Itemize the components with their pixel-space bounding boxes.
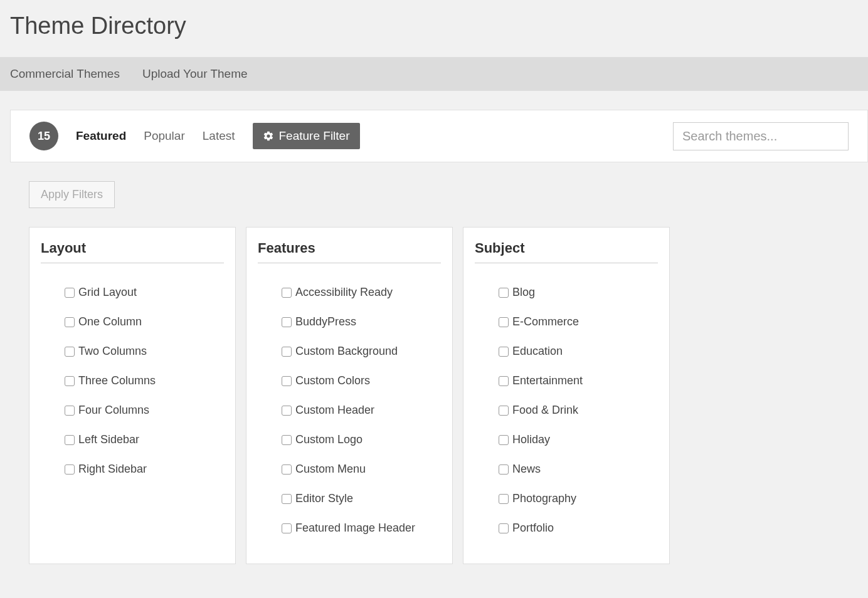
label-three-columns[interactable]: Three Columns [78,374,156,387]
label-e-commerce[interactable]: E-Commerce [512,315,579,328]
checkbox-education[interactable] [499,347,509,357]
label-custom-background[interactable]: Custom Background [295,345,398,358]
filter-card-subject: Subject Blog E-Commerce Education [463,227,670,564]
filter-item-blog: Blog [499,286,658,299]
checkbox-custom-background[interactable] [282,347,292,357]
filter-item-entertainment: Entertainment [499,374,658,387]
label-custom-menu[interactable]: Custom Menu [295,463,366,476]
label-two-columns[interactable]: Two Columns [78,345,147,358]
filter-list-layout: Grid Layout One Column Two Columns Three… [41,286,224,476]
tab-featured[interactable]: Featured [76,129,126,143]
label-grid-layout[interactable]: Grid Layout [78,286,137,299]
label-custom-colors[interactable]: Custom Colors [295,374,370,387]
filter-item-one-column: One Column [65,315,224,328]
label-left-sidebar[interactable]: Left Sidebar [78,433,139,446]
apply-filters-button[interactable]: Apply Filters [29,181,115,208]
label-custom-logo[interactable]: Custom Logo [295,433,363,446]
filter-item-grid-layout: Grid Layout [65,286,224,299]
filter-list-features: Accessibility Ready BuddyPress Custom Ba… [258,286,441,535]
checkbox-featured-image-header[interactable] [282,523,292,533]
filter-item-e-commerce: E-Commerce [499,315,658,328]
label-featured-image-header[interactable]: Featured Image Header [295,522,415,535]
checkbox-buddypress[interactable] [282,317,292,327]
label-news[interactable]: News [512,463,541,476]
label-editor-style[interactable]: Editor Style [295,492,353,505]
checkbox-editor-style[interactable] [282,494,292,504]
filter-item-four-columns: Four Columns [65,404,224,417]
label-education[interactable]: Education [512,345,563,358]
label-portfolio[interactable]: Portfolio [512,522,554,535]
checkbox-blog[interactable] [499,288,509,298]
filter-item-custom-header: Custom Header [282,404,441,417]
checkbox-right-sidebar[interactable] [65,464,75,475]
filter-item-buddypress: BuddyPress [282,315,441,328]
filter-heading-features: Features [258,240,441,263]
checkbox-holiday[interactable] [499,435,509,445]
filter-item-custom-background: Custom Background [282,345,441,358]
checkbox-custom-header[interactable] [282,406,292,416]
checkbox-one-column[interactable] [65,317,75,327]
theme-count-badge: 15 [29,122,58,150]
filter-card-layout: Layout Grid Layout One Column Two Column… [29,227,236,564]
filter-card-features: Features Accessibility Ready BuddyPress … [246,227,453,564]
filter-item-right-sidebar: Right Sidebar [65,463,224,476]
tab-latest[interactable]: Latest [203,129,235,143]
label-custom-header[interactable]: Custom Header [295,404,374,417]
label-food-drink[interactable]: Food & Drink [512,404,578,417]
checkbox-three-columns[interactable] [65,376,75,386]
filter-columns: Layout Grid Layout One Column Two Column… [29,227,849,564]
filter-item-food-drink: Food & Drink [499,404,658,417]
gear-icon [263,130,274,142]
label-holiday[interactable]: Holiday [512,433,550,446]
checkbox-custom-menu[interactable] [282,464,292,475]
label-buddypress[interactable]: BuddyPress [295,315,356,328]
label-photography[interactable]: Photography [512,492,576,505]
filter-heading-subject: Subject [475,240,658,263]
checkbox-news[interactable] [499,464,509,475]
filter-item-three-columns: Three Columns [65,374,224,387]
label-accessibility-ready[interactable]: Accessibility Ready [295,286,393,299]
checkbox-custom-logo[interactable] [282,435,292,445]
toolbar: 15 Featured Popular Latest Feature Filte… [10,110,868,162]
label-four-columns[interactable]: Four Columns [78,404,149,417]
filter-item-news: News [499,463,658,476]
checkbox-entertainment[interactable] [499,376,509,386]
checkbox-accessibility-ready[interactable] [282,288,292,298]
filter-heading-layout: Layout [41,240,224,263]
feature-filter-button[interactable]: Feature Filter [253,123,360,149]
page-title: Theme Directory [10,13,858,39]
filter-item-custom-colors: Custom Colors [282,374,441,387]
label-right-sidebar[interactable]: Right Sidebar [78,463,147,476]
checkbox-four-columns[interactable] [65,406,75,416]
checkbox-photography[interactable] [499,494,509,504]
checkbox-two-columns[interactable] [65,347,75,357]
filter-item-portfolio: Portfolio [499,522,658,535]
filter-item-editor-style: Editor Style [282,492,441,505]
page-header: Theme Directory [0,0,868,57]
tab-popular[interactable]: Popular [144,129,185,143]
label-blog[interactable]: Blog [512,286,535,299]
checkbox-food-drink[interactable] [499,406,509,416]
filter-item-accessibility-ready: Accessibility Ready [282,286,441,299]
label-entertainment[interactable]: Entertainment [512,374,583,387]
nav-link-commercial[interactable]: Commercial Themes [10,67,120,81]
filter-item-two-columns: Two Columns [65,345,224,358]
content-area: 15 Featured Popular Latest Feature Filte… [0,91,868,564]
checkbox-e-commerce[interactable] [499,317,509,327]
filter-item-custom-logo: Custom Logo [282,433,441,446]
filter-item-holiday: Holiday [499,433,658,446]
filter-item-photography: Photography [499,492,658,505]
label-one-column[interactable]: One Column [78,315,142,328]
checkbox-portfolio[interactable] [499,523,509,533]
filter-list-subject: Blog E-Commerce Education Entertainment [475,286,658,535]
nav-bar: Commercial Themes Upload Your Theme [0,57,868,91]
checkbox-custom-colors[interactable] [282,376,292,386]
filter-item-education: Education [499,345,658,358]
feature-filter-label: Feature Filter [279,129,350,143]
filters-wrapper: Apply Filters Layout Grid Layout One Col… [10,162,868,564]
checkbox-grid-layout[interactable] [65,288,75,298]
checkbox-left-sidebar[interactable] [65,435,75,445]
filter-item-custom-menu: Custom Menu [282,463,441,476]
nav-link-upload[interactable]: Upload Your Theme [142,67,248,81]
search-input[interactable] [673,122,849,150]
